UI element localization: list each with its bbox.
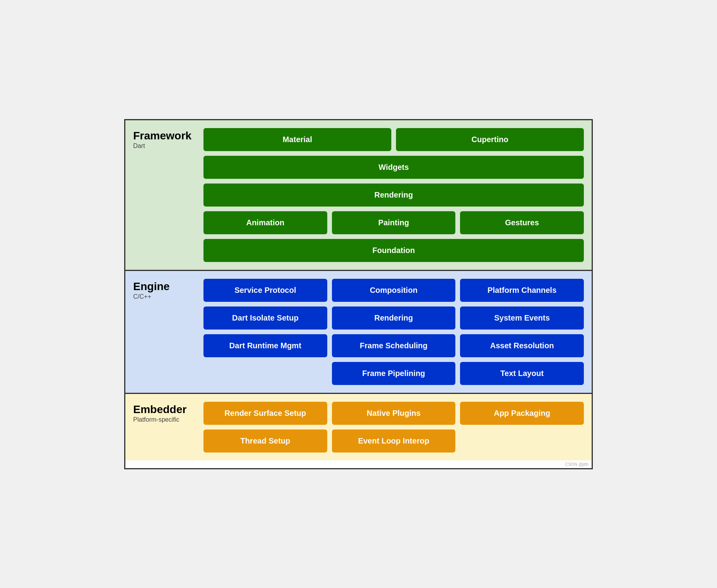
composition-btn: Composition: [332, 279, 456, 302]
dart-runtime-mgmt-btn: Dart Runtime Mgmt: [203, 334, 327, 357]
painting-btn: Painting: [332, 211, 456, 234]
event-loop-interop-btn: Event Loop Interop: [332, 429, 456, 453]
engine-label: Engine C/C++: [133, 279, 196, 385]
framework-subtitle: Dart: [133, 143, 196, 150]
framework-section: Framework Dart Material Cupertino Widget…: [125, 120, 592, 271]
framework-label: Framework Dart: [133, 128, 196, 262]
service-protocol-btn: Service Protocol: [203, 279, 327, 302]
engine-title: Engine: [133, 281, 196, 293]
engine-row-3: Dart Runtime Mgmt Frame Scheduling Asset…: [203, 334, 584, 357]
flutter-architecture-diagram: Framework Dart Material Cupertino Widget…: [124, 119, 593, 469]
frame-pipelining-btn: Frame Pipelining: [332, 362, 456, 385]
material-btn: Material: [203, 128, 391, 151]
cupertino-btn: Cupertino: [396, 128, 584, 151]
watermark: CSDN @jtth: [125, 460, 592, 468]
gestures-btn: Gestures: [460, 211, 584, 234]
embedder-label: Embedder Platform-specific: [133, 402, 196, 453]
widgets-btn: Widgets: [203, 156, 584, 179]
embedder-content: Render Surface Setup Native Plugins App …: [203, 402, 584, 453]
asset-resolution-btn: Asset Resolution: [460, 334, 584, 357]
engine-rendering-btn: Rendering: [332, 306, 456, 330]
framework-title: Framework: [133, 130, 196, 142]
platform-channels-btn: Platform Channels: [460, 279, 584, 302]
framework-row-3: Rendering: [203, 184, 584, 207]
framework-content: Material Cupertino Widgets Rendering Ani…: [203, 128, 584, 262]
dart-isolate-setup-btn: Dart Isolate Setup: [203, 306, 327, 330]
engine-row-4: Frame Pipelining Text Layout: [203, 362, 584, 385]
engine-content: Service Protocol Composition Platform Ch…: [203, 279, 584, 385]
engine-subtitle: C/C++: [133, 293, 196, 300]
embedder-row-1: Render Surface Setup Native Plugins App …: [203, 402, 584, 425]
animation-btn: Animation: [203, 211, 327, 234]
embedder-section: Embedder Platform-specific Render Surfac…: [125, 394, 592, 460]
embedder-subtitle: Platform-specific: [133, 416, 196, 423]
framework-row-1: Material Cupertino: [203, 128, 584, 151]
render-surface-setup-btn: Render Surface Setup: [203, 402, 327, 425]
system-events-btn: System Events: [460, 306, 584, 330]
native-plugins-btn: Native Plugins: [332, 402, 456, 425]
embedder-row-2: Thread Setup Event Loop Interop: [203, 429, 584, 453]
engine-section: Engine C/C++ Service Protocol Compositio…: [125, 271, 592, 394]
app-packaging-btn: App Packaging: [460, 402, 584, 425]
embedder-title: Embedder: [133, 404, 196, 416]
thread-setup-btn: Thread Setup: [203, 429, 327, 453]
framework-row-4: Animation Painting Gestures: [203, 211, 584, 234]
framework-row-5: Foundation: [203, 239, 584, 262]
foundation-btn: Foundation: [203, 239, 584, 262]
frame-scheduling-btn: Frame Scheduling: [332, 334, 456, 357]
framework-rendering-btn: Rendering: [203, 184, 584, 207]
framework-row-2: Widgets: [203, 156, 584, 179]
engine-row-1: Service Protocol Composition Platform Ch…: [203, 279, 584, 302]
text-layout-btn: Text Layout: [460, 362, 584, 385]
engine-row-2: Dart Isolate Setup Rendering System Even…: [203, 306, 584, 330]
